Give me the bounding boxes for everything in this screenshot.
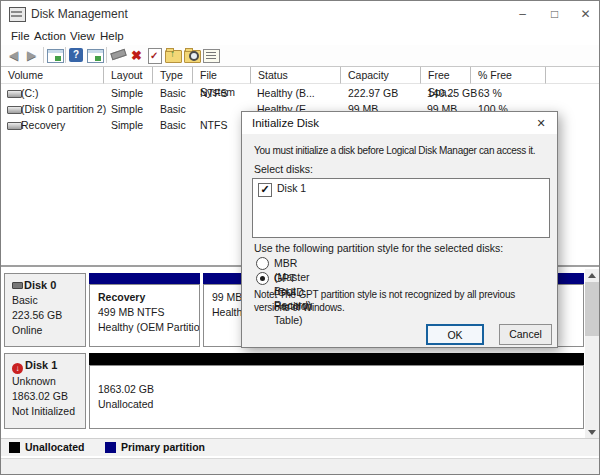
column-header-status[interactable]: Status xyxy=(251,67,341,84)
disk0-label-box[interactable]: Disk 0 Basic 223.56 GB Online xyxy=(4,273,86,347)
console-window-icon[interactable] xyxy=(47,49,64,63)
cell-type: Basic xyxy=(160,101,186,117)
cell-file-system: NTFS xyxy=(200,85,227,101)
window-title: Disk Management xyxy=(31,1,128,27)
ok-button[interactable]: OK xyxy=(426,324,484,345)
disk0-header: Disk 0 xyxy=(12,278,85,293)
legend-bar: Unallocated Primary partition xyxy=(1,438,600,456)
disk1-size: 1863.02 GB xyxy=(12,389,85,404)
gpt-radio[interactable] xyxy=(256,272,269,285)
partition-size: 1863.02 GB xyxy=(98,382,583,397)
maximize-button[interactable]: □ xyxy=(539,1,570,27)
menu-help[interactable]: Help xyxy=(100,28,124,45)
dialog-title: Initialize Disk xyxy=(252,112,319,134)
help-icon[interactable]: ? xyxy=(69,48,83,62)
partition-name: Recovery xyxy=(98,290,199,305)
vertical-scrollbar xyxy=(585,269,599,439)
cell-layout: Simple xyxy=(111,85,143,101)
cell-volume: (Disk 0 partition 2) xyxy=(21,101,106,117)
menu-file[interactable]: File xyxy=(11,28,30,45)
properties-icon[interactable] xyxy=(203,49,220,63)
disk1-header: ↓Disk 1 xyxy=(12,358,85,374)
menu-view[interactable]: View xyxy=(70,28,95,45)
cell-pct-free: 63 % xyxy=(478,85,502,101)
tool-icon[interactable] xyxy=(110,49,126,60)
disk-icon xyxy=(12,282,23,289)
disk1-status: Not Initialized xyxy=(12,404,85,419)
disk1-unallocated-bar xyxy=(89,353,584,365)
folder-search-icon[interactable] xyxy=(184,50,201,63)
legend-primary-swatch xyxy=(105,442,116,453)
partition-status: Healthy (OEM Partition) xyxy=(98,320,199,335)
toolbar-separator xyxy=(43,47,44,63)
cell-layout: Simple xyxy=(111,101,143,117)
cancel-button[interactable]: Cancel xyxy=(499,324,552,345)
cell-volume: Recovery xyxy=(21,117,65,133)
scroll-up-button[interactable] xyxy=(585,269,599,282)
disk0-type: Basic xyxy=(12,293,85,308)
disk1-unallocated-region[interactable]: 1863.02 GB Unallocated xyxy=(89,365,584,429)
cell-status: Healthy (B... xyxy=(257,85,315,101)
volume-row-c[interactable]: (C:) Simple Basic NTFS Healthy (B... 222… xyxy=(1,85,600,101)
cell-volume: (C:) xyxy=(21,85,39,101)
partition-size: 499 MB NTFS xyxy=(98,305,199,320)
initialize-disk-dialog: Initialize Disk ✕ You must initialize a … xyxy=(241,111,558,348)
column-header-pct-free[interactable]: % Free xyxy=(471,67,546,84)
column-header-file-system[interactable]: File System xyxy=(193,67,251,84)
column-header-volume[interactable]: Volume xyxy=(1,67,104,84)
disk0-size: 223.56 GB xyxy=(12,308,85,323)
menu-action[interactable]: Action xyxy=(34,28,66,45)
disk1-checkbox-label: Disk 1 xyxy=(277,182,306,194)
delete-volume-icon[interactable]: ✖ xyxy=(128,47,145,63)
mbr-radio[interactable] xyxy=(256,257,269,270)
check-document-icon[interactable] xyxy=(148,48,162,64)
partition-style-label: Use the following partition style for th… xyxy=(254,242,503,254)
disk1-name: Disk 1 xyxy=(25,359,57,371)
disk-management-icon xyxy=(9,7,26,22)
column-header-capacity[interactable]: Capacity xyxy=(341,67,421,84)
column-header-layout[interactable]: Layout xyxy=(104,67,153,84)
title-bar: Disk Management – □ ✕ xyxy=(1,1,600,27)
back-icon[interactable]: ◀ xyxy=(5,47,22,63)
disk-list-box[interactable]: ✓ Disk 1 xyxy=(252,178,550,238)
column-header-type[interactable]: Type xyxy=(153,67,193,84)
cell-free-space: 140.25 GB xyxy=(427,85,477,101)
scroll-thumb[interactable] xyxy=(585,282,599,336)
disk-management-window: Disk Management – □ ✕ File Action View H… xyxy=(0,0,600,475)
console-window-export-icon[interactable] xyxy=(87,49,104,63)
legend-primary-label: Primary partition xyxy=(121,439,205,456)
not-initialized-icon: ↓ xyxy=(12,363,23,374)
toolbar-separator xyxy=(65,47,66,63)
disk1-label-box[interactable]: ↓Disk 1 Unknown 1863.02 GB Not Initializ… xyxy=(4,353,86,429)
cell-type: Basic xyxy=(160,117,186,133)
cell-type: Basic xyxy=(160,85,186,101)
dialog-message: You must initialize a disk before Logica… xyxy=(254,145,535,156)
legend-unallocated-label: Unallocated xyxy=(25,439,85,456)
status-bar xyxy=(1,458,600,475)
disk1-checkbox[interactable]: ✓ xyxy=(258,183,272,197)
cell-file-system: NTFS xyxy=(200,117,227,133)
volume-icon xyxy=(7,90,22,98)
column-header-free-space[interactable]: Free Spa... xyxy=(421,67,471,84)
dialog-close-icon[interactable]: ✕ xyxy=(525,112,557,134)
column-header-blank xyxy=(546,67,600,84)
disk1-type: Unknown xyxy=(12,374,85,389)
folder-up-icon[interactable]: ↑ xyxy=(165,50,182,63)
toolbar: ◀ ▶ ? ✖ ↑ xyxy=(1,45,600,67)
legend-unallocated-swatch xyxy=(9,442,20,453)
cell-capacity: 222.97 GB xyxy=(348,85,398,101)
volume-icon xyxy=(7,122,22,130)
minimize-button[interactable]: – xyxy=(507,1,538,27)
dialog-title-bar: Initialize Disk ✕ xyxy=(242,112,557,134)
disk0-status: Online xyxy=(12,323,85,338)
toolbar-separator xyxy=(106,47,107,63)
gpt-note: Note: The GPT partition style is not rec… xyxy=(254,288,552,314)
menu-bar: File Action View Help xyxy=(1,27,600,45)
partition-status: Unallocated xyxy=(98,397,583,412)
disk0-name: Disk 0 xyxy=(24,279,56,291)
forward-icon[interactable]: ▶ xyxy=(23,47,40,63)
close-button[interactable]: ✕ xyxy=(570,1,600,27)
volume-icon xyxy=(7,106,22,114)
disk0-partition1[interactable]: Recovery 499 MB NTFS Healthy (OEM Partit… xyxy=(89,284,200,347)
select-disks-label: Select disks: xyxy=(254,163,313,175)
